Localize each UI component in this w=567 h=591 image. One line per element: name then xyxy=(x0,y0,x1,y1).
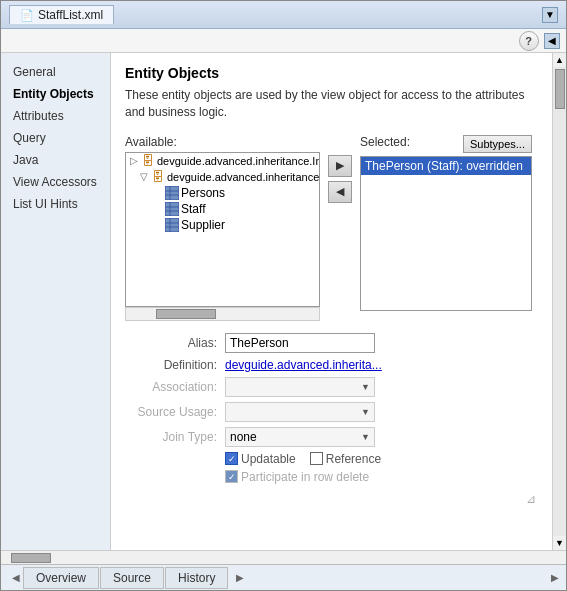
title-bar-right: ▼ xyxy=(542,7,558,23)
reference-checkbox-item: Reference xyxy=(310,452,381,466)
selected-item-0[interactable]: ThePerson (Staff): overridden xyxy=(361,157,531,175)
content-area: General Entity Objects Attributes Query … xyxy=(1,53,566,550)
selected-list[interactable]: ThePerson (Staff): overridden xyxy=(360,156,532,311)
alias-label: Alias: xyxy=(125,336,225,350)
source-usage-select-arrow: ▼ xyxy=(361,407,370,417)
collapse-button[interactable]: ◀ xyxy=(544,33,560,49)
sidebar-item-view-accessors[interactable]: View Accessors xyxy=(1,171,110,193)
source-usage-label: Source Usage: xyxy=(125,405,225,419)
sidebar-item-java[interactable]: Java xyxy=(1,149,110,171)
updatable-checkbox[interactable] xyxy=(225,452,238,465)
sidebar-item-attributes[interactable]: Attributes xyxy=(1,105,110,127)
reference-label: Reference xyxy=(326,452,381,466)
resize-handle[interactable]: ⊿ xyxy=(526,492,536,506)
join-type-select-arrow: ▼ xyxy=(361,432,370,442)
tree-item-4[interactable]: Supplier xyxy=(126,217,319,233)
tree-label-4: Supplier xyxy=(181,218,225,232)
xml-file-icon: 📄 xyxy=(20,9,34,22)
available-scrollbar[interactable] xyxy=(125,307,320,321)
page-title: Entity Objects xyxy=(125,65,538,81)
page-description: These entity objects are used by the vie… xyxy=(125,87,538,121)
svg-rect-0 xyxy=(165,186,179,200)
tab-nav-left[interactable]: ◀ xyxy=(9,571,23,585)
selected-panel-section: Selected: Subtypes... ThePerson (Staff):… xyxy=(360,135,532,311)
resize-handle-area: ⊿ xyxy=(125,492,538,506)
available-label: Available: xyxy=(125,135,320,149)
definition-row: Definition: devguide.advanced.inherita..… xyxy=(125,358,538,372)
association-select: ▼ xyxy=(225,377,375,397)
tree-label-3: Staff xyxy=(181,202,205,216)
join-type-select: none ▼ xyxy=(225,427,375,447)
participate-label: Participate in row delete xyxy=(241,470,369,484)
join-type-row: Join Type: none ▼ xyxy=(125,427,538,447)
tree-item-1[interactable]: ▽ 🗄 devguide.advanced.inheritance... xyxy=(126,169,319,185)
sidebar-item-query[interactable]: Query xyxy=(1,127,110,149)
transfer-buttons: ▶ ◀ xyxy=(328,135,352,203)
scroll-up-button[interactable]: ▲ xyxy=(553,53,566,67)
app-window: 📄 StaffList.xml ▼ ? ◀ General Entity Obj… xyxy=(0,0,567,591)
scroll-track xyxy=(553,67,566,536)
table-icon-4 xyxy=(165,218,179,232)
available-scroll-thumb xyxy=(156,309,216,319)
tree-label-2: Persons xyxy=(181,186,225,200)
main-content: Entity Objects These entity objects are … xyxy=(111,53,552,550)
definition-link[interactable]: devguide.advanced.inherita... xyxy=(225,358,382,372)
association-select-arrow: ▼ xyxy=(361,382,370,392)
tab-overview[interactable]: Overview xyxy=(23,567,99,589)
maximize-button[interactable]: ▼ xyxy=(542,7,558,23)
sidebar: General Entity Objects Attributes Query … xyxy=(1,53,111,550)
toolbar: ? ◀ xyxy=(1,29,566,53)
alias-input[interactable] xyxy=(225,333,375,353)
sidebar-item-entity-objects[interactable]: Entity Objects xyxy=(1,83,110,105)
subtypes-button[interactable]: Subtypes... xyxy=(463,135,532,153)
participate-checkbox-item: Participate in row delete xyxy=(225,470,369,484)
right-scrollbar[interactable]: ▲ ▼ xyxy=(552,53,566,550)
bottom-scrollbar[interactable] xyxy=(1,550,566,564)
expand-icon-3 xyxy=(154,203,164,214)
sidebar-item-list-ui-hints[interactable]: List UI Hints xyxy=(1,193,110,215)
properties-section: Alias: Definition: devguide.advanced.inh… xyxy=(125,333,538,484)
participate-checkbox[interactable] xyxy=(225,470,238,483)
alias-row: Alias: xyxy=(125,333,538,353)
scroll-thumb xyxy=(555,69,565,109)
title-filename: StaffList.xml xyxy=(38,8,103,22)
association-row: Association: ▼ xyxy=(125,377,538,397)
tree-label-0: devguide.advanced.inheritance.Inhe... xyxy=(157,155,320,167)
definition-label: Definition: xyxy=(125,358,225,372)
panels-row: Available: ▷ 🗄 devguide.advanced.inherit… xyxy=(125,135,538,321)
move-right-button[interactable]: ▶ xyxy=(328,155,352,177)
tree-item-3[interactable]: Staff xyxy=(126,201,319,217)
source-usage-select: ▼ xyxy=(225,402,375,422)
tab-nav-right[interactable]: ▶ xyxy=(233,571,247,585)
help-button[interactable]: ? xyxy=(519,31,539,51)
sidebar-item-general[interactable]: General xyxy=(1,61,110,83)
checkbox-row-2: Participate in row delete xyxy=(225,470,538,484)
scroll-down-button[interactable]: ▼ xyxy=(553,536,566,550)
expand-icon-2 xyxy=(154,187,164,198)
svg-rect-8 xyxy=(165,218,179,232)
tab-collapse-right[interactable]: ▶ xyxy=(548,571,562,585)
db-icon-0: 🗄 xyxy=(141,154,155,168)
tree-label-1: devguide.advanced.inheritance... xyxy=(167,171,320,183)
expand-icon-4 xyxy=(154,219,164,230)
table-icon-2 xyxy=(165,186,179,200)
reference-checkbox[interactable] xyxy=(310,452,323,465)
association-label: Association: xyxy=(125,380,225,394)
bottom-tabs: ◀ Overview Source History ▶ ▶ xyxy=(1,564,566,590)
tab-history[interactable]: History xyxy=(165,567,228,589)
tree-item-2[interactable]: Persons xyxy=(126,185,319,201)
tree-item-0[interactable]: ▷ 🗄 devguide.advanced.inheritance.Inhe..… xyxy=(126,153,319,169)
expand-icon-1: ▽ xyxy=(140,171,150,182)
expand-icon-0: ▷ xyxy=(130,155,140,166)
table-icon-3 xyxy=(165,202,179,216)
db-icon-1: 🗄 xyxy=(151,170,165,184)
selected-label: Selected: xyxy=(360,135,410,149)
title-tab[interactable]: 📄 StaffList.xml xyxy=(9,5,114,24)
title-bar: 📄 StaffList.xml ▼ xyxy=(1,1,566,29)
h-scroll-thumb xyxy=(11,553,51,563)
svg-rect-4 xyxy=(165,202,179,216)
source-usage-row: Source Usage: ▼ xyxy=(125,402,538,422)
move-left-button[interactable]: ◀ xyxy=(328,181,352,203)
tab-source[interactable]: Source xyxy=(100,567,164,589)
available-tree[interactable]: ▷ 🗄 devguide.advanced.inheritance.Inhe..… xyxy=(125,152,320,307)
